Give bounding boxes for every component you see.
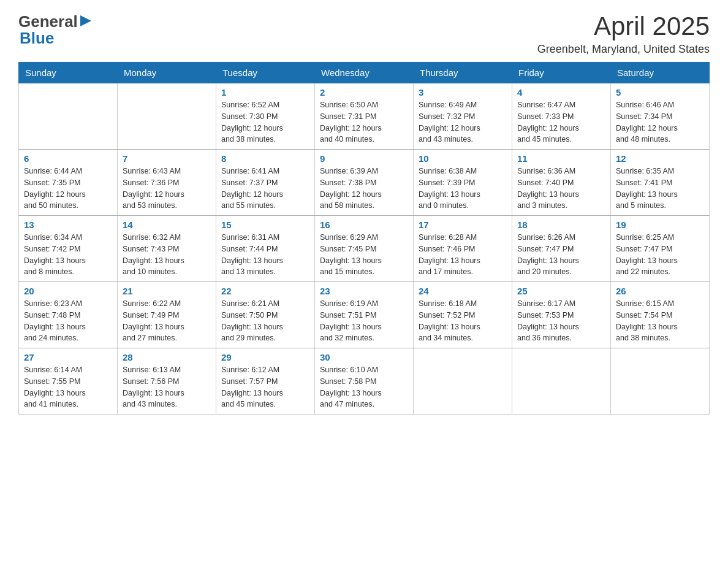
day-info: Sunrise: 6:17 AMSunset: 7:53 PMDaylight:… [517,298,605,344]
calendar-cell: 17Sunrise: 6:28 AMSunset: 7:46 PMDayligh… [414,216,512,282]
day-info: Sunrise: 6:44 AMSunset: 7:35 PMDaylight:… [24,166,112,212]
calendar-cell [512,348,611,415]
day-info: Sunrise: 6:41 AMSunset: 7:37 PMDaylight:… [221,166,309,212]
day-number: 4 [517,87,605,98]
day-info: Sunrise: 6:32 AMSunset: 7:43 PMDaylight:… [123,232,211,278]
calendar-cell: 10Sunrise: 6:38 AMSunset: 7:39 PMDayligh… [414,150,512,216]
logo-flag-icon [79,14,93,28]
calendar-week-row: 13Sunrise: 6:34 AMSunset: 7:42 PMDayligh… [19,216,710,282]
svg-marker-0 [80,15,91,26]
calendar-cell: 11Sunrise: 6:36 AMSunset: 7:40 PMDayligh… [512,150,611,216]
calendar-cell: 18Sunrise: 6:26 AMSunset: 7:47 PMDayligh… [512,216,611,282]
calendar-week-row: 20Sunrise: 6:23 AMSunset: 7:48 PMDayligh… [19,282,710,348]
logo: General Blue [18,12,93,48]
day-number: 5 [616,87,704,98]
day-of-week-header: Tuesday [216,63,315,83]
day-info: Sunrise: 6:39 AMSunset: 7:38 PMDaylight:… [320,166,408,212]
day-of-week-header: Thursday [414,63,512,83]
day-number: 7 [123,153,211,164]
day-number: 27 [24,352,112,362]
day-number: 10 [419,153,507,164]
calendar-cell: 29Sunrise: 6:12 AMSunset: 7:57 PMDayligh… [216,348,315,415]
calendar-cell: 9Sunrise: 6:39 AMSunset: 7:38 PMDaylight… [315,150,414,216]
main-title: April 2025 [537,12,710,40]
calendar-cell: 19Sunrise: 6:25 AMSunset: 7:47 PMDayligh… [611,216,710,282]
calendar-week-row: 6Sunrise: 6:44 AMSunset: 7:35 PMDaylight… [19,150,710,216]
calendar-cell: 15Sunrise: 6:31 AMSunset: 7:44 PMDayligh… [216,216,315,282]
day-number: 8 [221,153,309,164]
calendar-cell: 2Sunrise: 6:50 AMSunset: 7:31 PMDaylight… [315,83,414,150]
calendar-cell: 1Sunrise: 6:52 AMSunset: 7:30 PMDaylight… [216,83,315,150]
day-info: Sunrise: 6:34 AMSunset: 7:42 PMDaylight:… [24,232,112,278]
calendar-cell: 6Sunrise: 6:44 AMSunset: 7:35 PMDaylight… [19,150,118,216]
calendar-cell: 20Sunrise: 6:23 AMSunset: 7:48 PMDayligh… [19,282,118,348]
calendar-cell: 12Sunrise: 6:35 AMSunset: 7:41 PMDayligh… [611,150,710,216]
calendar-cell: 8Sunrise: 6:41 AMSunset: 7:37 PMDaylight… [216,150,315,216]
day-number: 16 [320,220,408,230]
day-info: Sunrise: 6:29 AMSunset: 7:45 PMDaylight:… [320,232,408,278]
day-number: 20 [24,286,112,296]
calendar-cell: 21Sunrise: 6:22 AMSunset: 7:49 PMDayligh… [118,282,216,348]
calendar-cell: 24Sunrise: 6:18 AMSunset: 7:52 PMDayligh… [414,282,512,348]
day-info: Sunrise: 6:25 AMSunset: 7:47 PMDaylight:… [616,232,704,278]
day-number: 23 [320,286,408,296]
day-info: Sunrise: 6:10 AMSunset: 7:58 PMDaylight:… [320,364,408,410]
calendar-cell [611,348,710,415]
day-number: 28 [123,352,211,362]
day-info: Sunrise: 6:19 AMSunset: 7:51 PMDaylight:… [320,298,408,344]
day-info: Sunrise: 6:23 AMSunset: 7:48 PMDaylight:… [24,298,112,344]
day-info: Sunrise: 6:13 AMSunset: 7:56 PMDaylight:… [123,364,211,410]
day-number: 24 [419,286,507,296]
subtitle: Greenbelt, Maryland, United States [537,43,710,56]
calendar-body: 1Sunrise: 6:52 AMSunset: 7:30 PMDaylight… [19,83,710,415]
day-number: 30 [320,352,408,362]
day-number: 14 [123,220,211,230]
day-number: 12 [616,153,704,164]
day-number: 18 [517,220,605,230]
calendar-header: SundayMondayTuesdayWednesdayThursdayFrid… [19,63,710,83]
day-info: Sunrise: 6:46 AMSunset: 7:34 PMDaylight:… [616,99,704,145]
day-of-week-header: Monday [118,63,216,83]
calendar-cell: 28Sunrise: 6:13 AMSunset: 7:56 PMDayligh… [118,348,216,415]
day-info: Sunrise: 6:28 AMSunset: 7:46 PMDaylight:… [419,232,507,278]
day-info: Sunrise: 6:36 AMSunset: 7:40 PMDaylight:… [517,166,605,212]
calendar-table: SundayMondayTuesdayWednesdayThursdayFrid… [18,62,710,415]
day-number: 9 [320,153,408,164]
calendar-cell: 14Sunrise: 6:32 AMSunset: 7:43 PMDayligh… [118,216,216,282]
day-number: 2 [320,87,408,98]
calendar-cell: 4Sunrise: 6:47 AMSunset: 7:33 PMDaylight… [512,83,611,150]
day-header-row: SundayMondayTuesdayWednesdayThursdayFrid… [19,63,710,83]
day-info: Sunrise: 6:38 AMSunset: 7:39 PMDaylight:… [419,166,507,212]
day-number: 11 [517,153,605,164]
day-number: 1 [221,87,309,98]
calendar-cell [19,83,118,150]
day-of-week-header: Sunday [19,63,118,83]
calendar-cell: 27Sunrise: 6:14 AMSunset: 7:55 PMDayligh… [19,348,118,415]
day-info: Sunrise: 6:12 AMSunset: 7:57 PMDaylight:… [221,364,309,410]
calendar-cell: 16Sunrise: 6:29 AMSunset: 7:45 PMDayligh… [315,216,414,282]
calendar-cell [414,348,512,415]
calendar-week-row: 1Sunrise: 6:52 AMSunset: 7:30 PMDaylight… [19,83,710,150]
day-number: 25 [517,286,605,296]
day-number: 19 [616,220,704,230]
day-of-week-header: Wednesday [315,63,414,83]
day-number: 22 [221,286,309,296]
calendar-cell: 25Sunrise: 6:17 AMSunset: 7:53 PMDayligh… [512,282,611,348]
calendar-cell: 5Sunrise: 6:46 AMSunset: 7:34 PMDaylight… [611,83,710,150]
day-info: Sunrise: 6:18 AMSunset: 7:52 PMDaylight:… [419,298,507,344]
day-info: Sunrise: 6:47 AMSunset: 7:33 PMDaylight:… [517,99,605,145]
calendar-cell: 23Sunrise: 6:19 AMSunset: 7:51 PMDayligh… [315,282,414,348]
day-info: Sunrise: 6:52 AMSunset: 7:30 PMDaylight:… [221,99,309,145]
day-info: Sunrise: 6:49 AMSunset: 7:32 PMDaylight:… [419,99,507,145]
day-info: Sunrise: 6:14 AMSunset: 7:55 PMDaylight:… [24,364,112,410]
calendar-week-row: 27Sunrise: 6:14 AMSunset: 7:55 PMDayligh… [19,348,710,415]
calendar-cell: 26Sunrise: 6:15 AMSunset: 7:54 PMDayligh… [611,282,710,348]
day-info: Sunrise: 6:15 AMSunset: 7:54 PMDaylight:… [616,298,704,344]
calendar-cell [118,83,216,150]
calendar-cell: 7Sunrise: 6:43 AMSunset: 7:36 PMDaylight… [118,150,216,216]
day-info: Sunrise: 6:43 AMSunset: 7:36 PMDaylight:… [123,166,211,212]
day-info: Sunrise: 6:35 AMSunset: 7:41 PMDaylight:… [616,166,704,212]
calendar-cell: 22Sunrise: 6:21 AMSunset: 7:50 PMDayligh… [216,282,315,348]
day-of-week-header: Friday [512,63,611,83]
title-section: April 2025 Greenbelt, Maryland, United S… [537,12,710,56]
